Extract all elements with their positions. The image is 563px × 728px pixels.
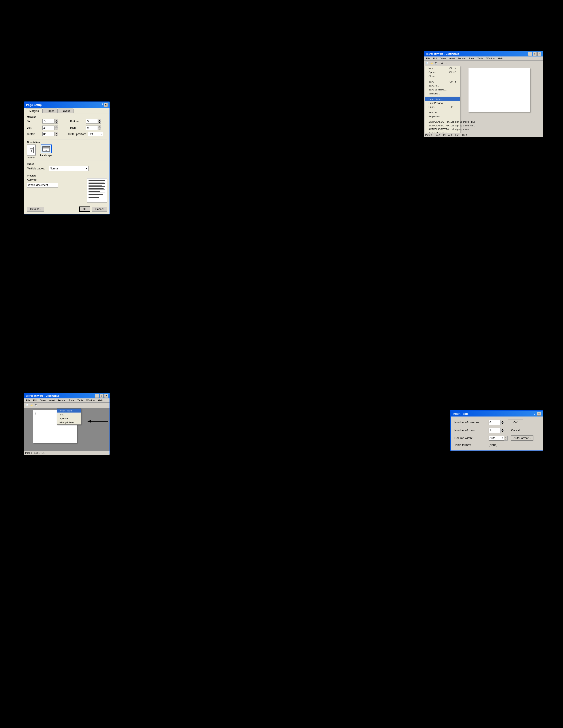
tab-paper[interactable]: Paper [43, 109, 58, 113]
apply-to-select[interactable]: Whole document ▼ [27, 183, 58, 188]
menu-recent3[interactable]: 3 DTPCLASS/DTPs/...Lab sign-up sheets [425, 128, 460, 131]
left-spinner-up[interactable]: ▲ [55, 126, 58, 128]
multiple-pages-select[interactable]: Normal ▼ [49, 166, 88, 171]
it-help-icon[interactable]: ? [534, 412, 535, 415]
right-spinner-down[interactable]: ▼ [98, 128, 101, 130]
num-rows-up[interactable]: ▲ [501, 428, 504, 430]
num-rows-spinner: ▲ ▼ [501, 428, 504, 433]
ok-button[interactable]: OK [79, 206, 90, 212]
num-columns-down[interactable]: ▼ [501, 422, 504, 425]
menu-insert[interactable]: Insert [448, 57, 456, 60]
menu-recent4[interactable]: 4 A-Level graphics [425, 131, 460, 133]
menu-print[interactable]: Print... Ctrl+P [425, 105, 460, 109]
maximize-btn-tr[interactable]: □ [533, 52, 537, 56]
num-columns-input[interactable]: 6 [489, 420, 501, 425]
bl-menu-window[interactable]: Window [85, 399, 96, 402]
bl-menu-table[interactable]: Table [76, 399, 84, 402]
toolbar-bold[interactable]: B [445, 61, 448, 65]
maximize-btn-bl[interactable]: □ [100, 394, 103, 398]
menu-open[interactable]: Open... Ctrl+O [425, 70, 460, 74]
bl-toolbar-btn2[interactable]: 📂 [30, 403, 34, 407]
column-width-select[interactable]: Auto ▼ [489, 436, 504, 441]
bl-menu-format[interactable]: Format [57, 399, 66, 402]
agenda-item[interactable]: Agenda... [57, 417, 81, 420]
toolbar-print[interactable]: 🖨 [440, 61, 444, 65]
menu-versions[interactable]: Versions... [425, 92, 460, 96]
hide-gridlines-item[interactable]: Hide gridlines [57, 420, 81, 424]
gutter-position-select[interactable]: Left ▼ [88, 132, 103, 136]
menu-saveas[interactable]: Save As... [425, 84, 460, 88]
it-cancel-button[interactable]: Cancel [508, 428, 523, 433]
it-ok-button[interactable]: OK [508, 420, 523, 425]
bl-menu-file[interactable]: File [25, 399, 31, 402]
gutter-spinner-up[interactable]: ▲ [55, 132, 58, 134]
left-spinner-down[interactable]: ▼ [55, 128, 58, 130]
top-spinner-down[interactable]: ▼ [55, 121, 58, 124]
left-input[interactable]: .5 [42, 126, 55, 130]
top-input[interactable]: .5 [42, 119, 55, 124]
it-is-item[interactable]: It is... [57, 413, 81, 417]
menu-recent2[interactable]: 2 DTPCLASS/DTPs/...Lab sign-up sheets PR… [425, 124, 460, 128]
menu-table[interactable]: Table [477, 57, 484, 60]
menu-close[interactable]: Close [425, 74, 460, 78]
bl-toolbar-btn3[interactable]: 💾 [34, 403, 38, 407]
menu-properties[interactable]: Properties [425, 114, 460, 118]
bl-menu-edit[interactable]: Edit [32, 399, 38, 402]
toolbar-new[interactable]: 📄 [425, 61, 429, 65]
menu-file[interactable]: File [425, 57, 431, 60]
toolbar-open[interactable]: 📂 [430, 61, 434, 65]
menu-tools[interactable]: Tools [468, 57, 475, 60]
portrait-option[interactable]: A Portrait [27, 144, 36, 159]
menu-format[interactable]: Format [457, 57, 467, 60]
toolbar-save[interactable]: 💾 [434, 61, 438, 65]
insert-table-menu-item[interactable]: Insert Table [57, 409, 81, 413]
cancel-button[interactable]: Cancel [92, 207, 107, 212]
num-columns-up[interactable]: ▲ [501, 420, 504, 422]
bl-menu-insert[interactable]: Insert [48, 399, 56, 402]
it-autoformat-button[interactable]: AutoFormat... [511, 435, 533, 441]
table-format-value: (None) [489, 443, 497, 447]
close-btn-bl[interactable]: ✕ [104, 394, 108, 398]
col-width-up[interactable]: ▲ [504, 436, 508, 438]
menu-savehtml[interactable]: Save as HTML... [425, 88, 460, 92]
toolbar-italic[interactable]: I [449, 61, 453, 65]
bottom-spinner-down[interactable]: ▼ [98, 121, 101, 124]
tab-layout[interactable]: Layout [58, 109, 73, 113]
num-rows-input[interactable]: 1 [489, 428, 501, 433]
bl-menu-view[interactable]: View [39, 399, 47, 402]
pages-label: Pages [27, 163, 107, 165]
menu-save[interactable]: Save Ctrl+S [425, 80, 460, 84]
bl-toolbar-btn1[interactable]: 📄 [25, 403, 29, 407]
menu-pagesetup[interactable]: Page Setup... [425, 97, 460, 101]
it-close-btn[interactable]: ✕ [537, 412, 541, 416]
preview-section: Preview Apply to: Whole document ▼ [27, 173, 107, 203]
menu-edit[interactable]: Edit [432, 57, 438, 60]
tab-margins[interactable]: Margins [26, 109, 43, 113]
bottom-spinner-up[interactable]: ▲ [98, 119, 101, 121]
default-button[interactable]: Default... [27, 207, 44, 212]
col-width-down[interactable]: ▼ [504, 438, 508, 441]
landscape-option[interactable]: A Landscape [40, 144, 52, 159]
num-rows-down[interactable]: ▼ [501, 430, 504, 433]
minimize-btn-bl[interactable]: _ [95, 394, 99, 398]
close-button[interactable]: ✕ [104, 103, 108, 107]
bl-menu-tools[interactable]: Tools [68, 399, 75, 402]
bl-menu-help[interactable]: Help [97, 399, 104, 402]
close-btn-tr[interactable]: ✕ [537, 52, 541, 56]
bottom-input[interactable]: .5 [86, 119, 98, 124]
menu-new[interactable]: New... Ctrl+N [425, 66, 460, 70]
minimize-btn-tr[interactable]: _ [528, 52, 532, 56]
menu-sendto[interactable]: Send To [425, 111, 460, 114]
menu-printpreview[interactable]: Print Preview [425, 101, 460, 105]
help-icon[interactable]: ? [101, 103, 103, 107]
top-spinner-up[interactable]: ▲ [55, 119, 58, 121]
gutter-spinner-down[interactable]: ▼ [55, 134, 58, 136]
menu-view[interactable]: View [440, 57, 447, 60]
menu-recent1[interactable]: 1 DTPCLASS/DTPs/...Lab sign-up sheets - … [425, 120, 460, 124]
right-input[interactable]: .5 [86, 126, 98, 130]
right-spinner-up[interactable]: ▲ [98, 126, 101, 128]
gutter-input[interactable]: 0" [42, 132, 55, 136]
left-input-group: .5 ▲ ▼ [42, 126, 58, 130]
menu-help[interactable]: Help [497, 57, 504, 60]
menu-window[interactable]: Window [486, 57, 496, 60]
